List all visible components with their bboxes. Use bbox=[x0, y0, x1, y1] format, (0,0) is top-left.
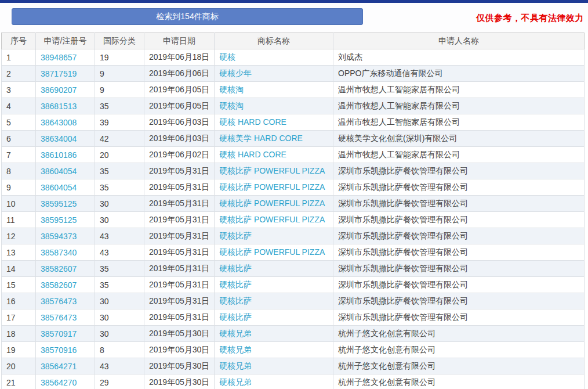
table-cell: 38570916 bbox=[36, 342, 95, 358]
trademark-name-link[interactable]: 硬核美学 HARD CORE bbox=[219, 134, 303, 143]
trademark-name-link[interactable]: 硬核 HARD CORE bbox=[219, 150, 286, 159]
registration-number-link[interactable]: 38681513 bbox=[41, 102, 77, 111]
trademark-name-link[interactable]: 硬核比萨 bbox=[219, 231, 252, 240]
header-intl-class: 国际分类 bbox=[95, 33, 144, 49]
registration-number-link[interactable]: 38717519 bbox=[41, 69, 77, 78]
trademark-name-link[interactable]: 硬核兄弟 bbox=[219, 377, 252, 387]
registration-number-link[interactable]: 38595125 bbox=[41, 215, 77, 225]
table-row: 1138595125302019年05月31日硬核比萨 POWERFUL PIZ… bbox=[2, 212, 585, 228]
trademark-name-link[interactable]: 硬核比萨 POWERFUL PIZZA bbox=[219, 182, 325, 192]
cell-application-date: 2019年05月31日 bbox=[144, 212, 215, 228]
trademark-name-link[interactable]: 硬核兄弟 bbox=[219, 361, 252, 370]
cell-serial-number: 9 bbox=[2, 179, 36, 196]
table-cell: 38717519 bbox=[36, 66, 95, 82]
registration-number-link[interactable]: 38570917 bbox=[41, 329, 77, 338]
trademark-name-link[interactable]: 硬核比萨 bbox=[219, 296, 252, 305]
trademark-name-link[interactable]: 硬核比萨 POWERFUL PIZZA bbox=[219, 215, 325, 224]
table-cell: 硬核比萨 POWERFUL PIZZA bbox=[215, 179, 333, 196]
registration-number-link[interactable]: 38595125 bbox=[41, 199, 77, 208]
registration-number-link[interactable]: 38610186 bbox=[41, 150, 77, 160]
table-row: 33869020792019年06月05日硬核淘温州市牧想人工智能家居有限公司 bbox=[2, 82, 585, 98]
table-cell: 38595125 bbox=[36, 212, 95, 228]
registration-number-link[interactable]: 38634004 bbox=[41, 134, 77, 143]
table-cell: 38576473 bbox=[36, 293, 95, 309]
cell-application-date: 2019年05月31日 bbox=[144, 244, 215, 261]
trademark-name-link[interactable]: 硬核比萨 POWERFUL PIZZA bbox=[219, 199, 325, 208]
table-cell: 硬核兄弟 bbox=[215, 358, 333, 374]
cell-intl-class: 20 bbox=[95, 147, 144, 163]
cell-serial-number: 10 bbox=[2, 196, 36, 212]
cell-applicant-name: 深圳市乐凯撒比萨餐饮管理有限公司 bbox=[333, 309, 585, 326]
table-row: 1838570917302019年05月30日硬核兄弟杭州子悠文化创意有限公司 bbox=[2, 326, 585, 342]
result-count-button[interactable]: 检索到154件商标 bbox=[12, 8, 363, 25]
cell-intl-class: 39 bbox=[95, 114, 144, 131]
table-row: 638634004422019年06月03日硬核美学 HARD CORE硬核美学… bbox=[2, 131, 585, 147]
table-cell: 硬核 HARD CORE bbox=[215, 114, 333, 131]
registration-number-link[interactable]: 38690207 bbox=[41, 85, 77, 95]
registration-number-link[interactable]: 38594373 bbox=[41, 232, 77, 241]
cell-intl-class: 30 bbox=[95, 196, 144, 212]
registration-number-link[interactable]: 38643008 bbox=[41, 118, 77, 127]
registration-number-link[interactable]: 38604054 bbox=[41, 183, 77, 192]
cell-applicant-name: 杭州子悠文化创意有限公司 bbox=[333, 326, 585, 342]
table-cell: 硬核比萨 POWERFUL PIZZA bbox=[215, 163, 333, 179]
cell-serial-number: 17 bbox=[2, 309, 36, 326]
trademark-name-link[interactable]: 硬核 HARD CORE bbox=[219, 117, 286, 127]
registration-number-link[interactable]: 38582607 bbox=[41, 264, 77, 273]
cell-intl-class: 29 bbox=[95, 374, 144, 389]
cell-serial-number: 8 bbox=[2, 163, 36, 179]
cell-applicant-name: 深圳市乐凯撒比萨餐饮管理有限公司 bbox=[333, 293, 585, 309]
trademark-name-link[interactable]: 硬核比萨 POWERFUL PIZZA bbox=[219, 247, 325, 257]
registration-number-link[interactable]: 38582607 bbox=[41, 280, 77, 290]
header-registration-number: 申请/注册号 bbox=[36, 33, 95, 49]
table-cell: 硬核比萨 bbox=[215, 261, 333, 277]
cell-serial-number: 21 bbox=[2, 374, 36, 389]
table-cell: 硬核比萨 POWERFUL PIZZA bbox=[215, 212, 333, 228]
cell-intl-class: 43 bbox=[95, 228, 144, 244]
cell-serial-number: 13 bbox=[2, 244, 36, 261]
trademark-name-link[interactable]: 硬核少年 bbox=[219, 69, 252, 78]
cell-serial-number: 3 bbox=[2, 82, 36, 98]
cell-serial-number: 1 bbox=[2, 49, 36, 66]
registration-number-link[interactable]: 38587340 bbox=[41, 248, 77, 257]
trademark-name-link[interactable]: 硬核比萨 bbox=[219, 264, 252, 273]
trademark-name-link[interactable]: 硬核 bbox=[219, 52, 235, 62]
trademark-name-link[interactable]: 硬核比萨 bbox=[219, 280, 252, 289]
cell-intl-class: 35 bbox=[95, 261, 144, 277]
cell-applicant-name: 深圳市乐凯撒比萨餐饮管理有限公司 bbox=[333, 163, 585, 179]
cell-application-date: 2019年05月30日 bbox=[144, 342, 215, 358]
registration-number-link[interactable]: 38604054 bbox=[41, 167, 77, 176]
table-row: 1238594373432019年05月31日硬核比萨深圳市乐凯撒比萨餐饮管理有… bbox=[2, 228, 585, 244]
trademark-name-link[interactable]: 硬核淘 bbox=[219, 85, 244, 94]
table-row: 738610186202019年06月02日硬核 HARD CORE温州市牧想人… bbox=[2, 147, 585, 163]
registration-number-link[interactable]: 38564271 bbox=[41, 362, 77, 371]
cell-applicant-name: 刘成杰 bbox=[333, 49, 585, 66]
trademark-name-link[interactable]: 硬核比萨 bbox=[219, 312, 252, 322]
trademark-name-link[interactable]: 硬核兄弟 bbox=[219, 345, 252, 354]
cell-applicant-name: 杭州子悠文化创意有限公司 bbox=[333, 342, 585, 358]
cell-application-date: 2019年05月30日 bbox=[144, 326, 215, 342]
cell-application-date: 2019年05月30日 bbox=[144, 374, 215, 389]
table-cell: 硬核 HARD CORE bbox=[215, 147, 333, 163]
cell-intl-class: 19 bbox=[95, 49, 144, 66]
table-cell: 38690207 bbox=[36, 82, 95, 98]
registration-number-link[interactable]: 38576473 bbox=[41, 297, 77, 306]
cell-serial-number: 16 bbox=[2, 293, 36, 309]
table-header-row: 序号 申请/注册号 国际分类 申请日期 商标名称 申请人名称 bbox=[2, 33, 585, 49]
cell-applicant-name: 温州市牧想人工智能家居有限公司 bbox=[333, 98, 585, 114]
table-cell: 38564270 bbox=[36, 374, 95, 389]
trademark-name-link[interactable]: 硬核淘 bbox=[219, 101, 244, 110]
registration-number-link[interactable]: 38948657 bbox=[41, 53, 77, 62]
cell-intl-class: 30 bbox=[95, 212, 144, 228]
cell-intl-class: 43 bbox=[95, 358, 144, 374]
table-cell: 38576473 bbox=[36, 309, 95, 326]
registration-number-link[interactable]: 38576473 bbox=[41, 313, 77, 322]
trademark-name-link[interactable]: 硬核兄弟 bbox=[219, 329, 252, 338]
table-cell: 38643008 bbox=[36, 114, 95, 131]
legal-disclaimer-text: 仅供参考，不具有法律效力 bbox=[476, 13, 584, 24]
registration-number-link[interactable]: 38564270 bbox=[41, 378, 77, 387]
cell-serial-number: 14 bbox=[2, 261, 36, 277]
trademark-name-link[interactable]: 硬核比萨 POWERFUL PIZZA bbox=[219, 166, 325, 175]
registration-number-link[interactable]: 38570916 bbox=[41, 345, 77, 355]
table-cell: 硬核兄弟 bbox=[215, 342, 333, 358]
